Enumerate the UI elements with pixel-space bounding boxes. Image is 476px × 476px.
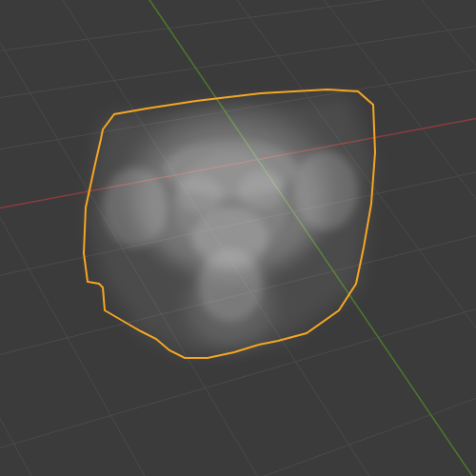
svg-line-14 (0, 0, 57, 476)
svg-point-19 (293, 150, 358, 230)
svg-line-12 (390, 0, 476, 476)
svg-point-25 (187, 261, 274, 348)
svg-line-7 (0, 457, 476, 476)
svg-point-26 (173, 152, 288, 257)
svg-line-0 (0, 0, 476, 57)
viewport-canvas[interactable] (0, 0, 476, 476)
viewport-3d[interactable] (0, 0, 476, 476)
svg-line-1 (0, 19, 476, 105)
svg-point-18 (103, 168, 168, 248)
svg-line-6 (0, 381, 476, 476)
